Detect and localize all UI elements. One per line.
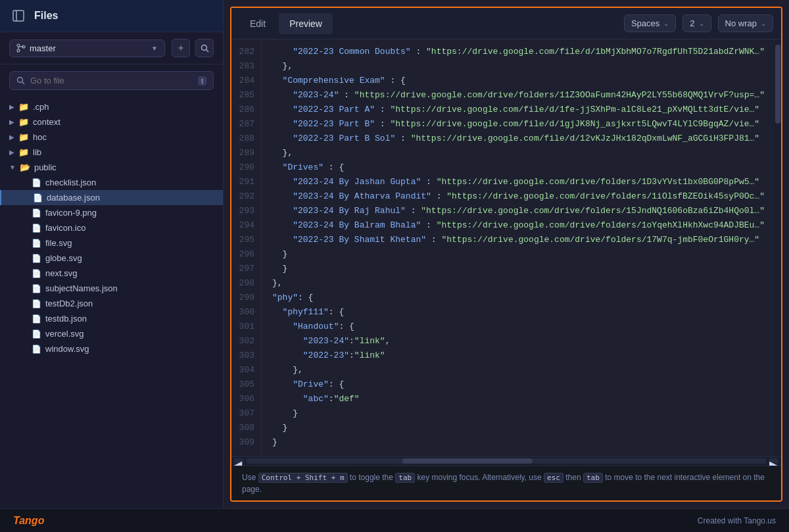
chevron-right-icon: ▶ <box>9 133 14 141</box>
value-arrow-icon: ⌄ <box>699 20 704 27</box>
shortcut-ctrl-shift-m: Control + Shift + m <box>258 473 348 483</box>
file-label: vercel.svg <box>45 329 84 339</box>
file-testdb2[interactable]: 📄 testDb2.json <box>0 296 223 311</box>
file-label: favicon-9.png <box>45 208 97 218</box>
code-container: 282 283 284 285 286 287 288 289 290 291 … <box>231 39 781 456</box>
file-icon: 📄 <box>32 314 41 324</box>
spaces-value: 2 <box>690 18 694 28</box>
svg-line-7 <box>206 49 208 52</box>
search-file-button[interactable] <box>195 39 214 57</box>
nowrap-dropdown[interactable]: No wrap ⌄ <box>718 14 773 32</box>
branch-selector[interactable]: master ▼ <box>9 39 165 57</box>
folder-open-icon: 📂 <box>20 162 30 172</box>
search-bar[interactable]: t <box>9 71 214 90</box>
file-label: window.svg <box>45 344 89 354</box>
file-icon: 📄 <box>32 239 41 248</box>
svg-line-9 <box>22 82 25 85</box>
chevron-right-icon: ▶ <box>9 103 14 110</box>
sidebar: Files master ▼ ＋ <box>0 0 224 508</box>
branch-chevron: ▼ <box>151 45 158 52</box>
file-icon: 📄 <box>32 254 41 263</box>
tango-logo: Tango <box>13 515 44 527</box>
horizontal-scrollbar-thumb[interactable] <box>402 458 533 464</box>
file-checklist[interactable]: 📄 checklist.json <box>0 175 223 190</box>
line-numbers: 282 283 284 285 286 287 288 289 290 291 … <box>231 39 262 456</box>
add-branch-button[interactable]: ＋ <box>172 39 190 57</box>
scroll-right-btn[interactable]: ▶ <box>769 458 778 464</box>
file-label: database.json <box>47 193 100 203</box>
folder-icon: 📁 <box>18 117 29 127</box>
branch-actions: ＋ <box>172 39 214 57</box>
shortcut-esc: esc <box>544 473 563 483</box>
shortcut-tab2: tab <box>583 473 603 483</box>
file-windowsvg[interactable]: 📄 window.svg <box>0 341 223 356</box>
folder-lib[interactable]: ▶ 📁 lib <box>0 145 223 160</box>
branch-icon <box>16 43 26 53</box>
file-icon: 📄 <box>32 345 41 354</box>
file-icon: 📄 <box>32 224 41 233</box>
file-label: testDb2.json <box>45 299 93 308</box>
folder-label: lib <box>33 147 41 157</box>
tab-edit[interactable]: Edit <box>239 13 276 34</box>
chevron-right-icon: ▶ <box>9 149 14 156</box>
editor-area: Edit Preview Spaces ⌄ 2 ⌄ No wrap ⌄ 282 … <box>230 7 782 502</box>
file-vercelsvg[interactable]: 📄 vercel.svg <box>0 326 223 341</box>
file-favicon9[interactable]: 📄 favicon-9.png <box>0 205 223 220</box>
code-editor[interactable]: "2022-23 Common Doubts" : "https://drive… <box>262 39 775 456</box>
folder-context[interactable]: ▶ 📁 context <box>0 114 223 130</box>
file-nextsvg[interactable]: 📄 next.svg <box>0 266 223 281</box>
horizontal-scrollbar-area[interactable]: ◀ ▶ <box>231 456 781 466</box>
svg-point-3 <box>17 49 20 52</box>
vertical-scrollbar[interactable] <box>775 39 781 456</box>
status-text: Use Control + Shift + m to toggle the ta… <box>242 473 765 495</box>
file-subjectnames[interactable]: 📄 subjectNames.json <box>0 281 223 296</box>
editor-toolbar: Edit Preview Spaces ⌄ 2 ⌄ No wrap ⌄ <box>231 8 781 39</box>
file-icon: 📄 <box>32 284 41 293</box>
nowrap-label: No wrap <box>725 18 757 28</box>
file-label: globe.svg <box>45 253 82 263</box>
shortcut-tab: tab <box>395 473 415 483</box>
tab-preview[interactable]: Preview <box>279 13 333 34</box>
file-search-input[interactable] <box>30 76 193 85</box>
search-icon <box>201 44 209 53</box>
branch-bar: master ▼ ＋ <box>0 32 223 64</box>
search-shortcut: t <box>198 76 206 85</box>
search-icon-sidebar <box>16 76 25 85</box>
file-tree: ▶ 📁 .cph ▶ 📁 context ▶ 📁 hoc ▶ 📁 lib ▼ <box>0 97 223 508</box>
file-icon: 📄 <box>32 178 41 187</box>
folder-cph[interactable]: ▶ 📁 .cph <box>0 99 223 114</box>
spaces-dropdown[interactable]: Spaces ⌄ <box>624 14 676 32</box>
folder-label: public <box>34 162 57 172</box>
folder-hoc[interactable]: ▶ 📁 hoc <box>0 130 223 145</box>
spaces-label: Spaces <box>631 18 659 28</box>
created-with-label: Created with Tango.us <box>698 516 776 525</box>
spaces-value-dropdown[interactable]: 2 ⌄ <box>682 14 711 32</box>
file-label: subjectNames.json <box>45 283 118 293</box>
file-icon: 📄 <box>32 329 41 339</box>
file-filesvg[interactable]: 📄 file.svg <box>0 235 223 251</box>
folder-label: context <box>33 117 60 127</box>
svg-point-8 <box>18 78 23 83</box>
panel-toggle-icon[interactable] <box>9 7 28 25</box>
scroll-left-btn[interactable]: ◀ <box>234 458 243 464</box>
file-icon: 📄 <box>32 269 41 278</box>
horizontal-scrollbar-track[interactable] <box>246 458 767 464</box>
folder-label: hoc <box>33 132 47 142</box>
sidebar-title: Files <box>34 10 214 22</box>
scrollbar-thumb[interactable] <box>775 45 780 124</box>
file-favicon[interactable]: 📄 favicon.ico <box>0 220 223 235</box>
file-label: file.svg <box>45 238 72 248</box>
file-label: checklist.json <box>45 178 96 187</box>
spaces-arrow-icon: ⌄ <box>663 20 669 27</box>
folder-label: .cph <box>33 102 49 112</box>
svg-point-6 <box>201 45 206 50</box>
file-database[interactable]: 📄 database.json <box>0 190 223 205</box>
file-globesvg[interactable]: 📄 globe.svg <box>0 251 223 266</box>
folder-icon: 📁 <box>18 102 29 112</box>
file-icon: 📄 <box>32 208 41 218</box>
chevron-right-icon: ▶ <box>9 118 14 126</box>
svg-rect-0 <box>13 11 24 21</box>
file-testdb[interactable]: 📄 testdb.json <box>0 311 223 326</box>
file-icon: 📄 <box>33 193 43 203</box>
folder-public[interactable]: ▼ 📂 public <box>0 160 223 175</box>
